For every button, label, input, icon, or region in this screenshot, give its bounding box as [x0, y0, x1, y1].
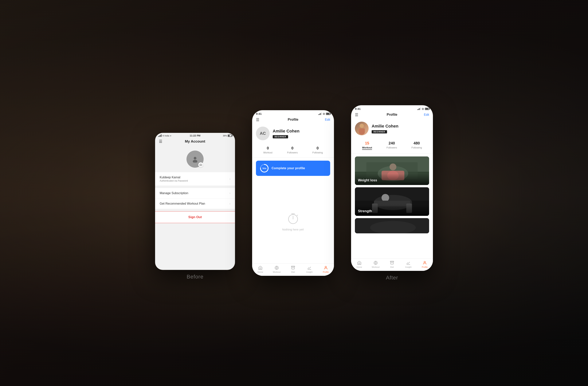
- svg-rect-15: [291, 266, 295, 267]
- card-image: [355, 218, 429, 233]
- svg-point-40: [375, 262, 377, 264]
- status-bar-phone2: 9:41 ⊙: [252, 110, 334, 116]
- carrier-label: Vi India: [162, 135, 169, 137]
- before-label: Before: [155, 274, 235, 280]
- user-auth: Authenticated via Password: [160, 179, 188, 182]
- edit-button[interactable]: Edit: [424, 113, 429, 116]
- workout-icon: [373, 260, 378, 265]
- signal-icon: [417, 107, 421, 110]
- bottom-nav-phone3: Home Workout: [351, 258, 433, 271]
- followers-count: 240: [389, 141, 395, 145]
- workout-card-weightloss[interactable]: Weight loss: [355, 156, 429, 185]
- profile-header: AC Amilie Cohen BEGINNER: [252, 124, 334, 143]
- workout-card-third[interactable]: [355, 218, 429, 233]
- card-weightloss-label: Weight loss: [358, 178, 377, 182]
- nav-insight[interactable]: Insight: [303, 265, 316, 273]
- svg-rect-22: [359, 129, 365, 133]
- user-name: Kuldeep Kamal: [160, 176, 188, 179]
- signal-icon: [158, 134, 162, 137]
- workout-card-strength[interactable]: Strength: [355, 187, 429, 216]
- user-avatar[interactable]: [187, 150, 204, 168]
- divider: [155, 186, 235, 188]
- nav-diet[interactable]: Diet: [286, 265, 300, 273]
- status-bar-phone3: 9:41 ⊙: [351, 105, 433, 111]
- stopwatch-icon: [286, 212, 300, 225]
- workout-icon: [274, 265, 279, 270]
- nav-workout-label: Workout: [273, 271, 281, 273]
- nav-workout[interactable]: Workout: [369, 260, 382, 268]
- stats-row: 15 Workout 240 Followers 480 Following: [351, 138, 433, 153]
- svg-text:76%: 76%: [262, 167, 266, 170]
- nav-home[interactable]: Home: [353, 260, 366, 268]
- svg-point-46: [424, 261, 425, 263]
- nav-insight-label: Insight: [306, 271, 313, 273]
- recommended-workout-label: Get Recommended Workout Plan: [160, 202, 205, 205]
- battery-info: 38%: [223, 135, 232, 137]
- profile-icon: [422, 260, 427, 265]
- stat-followers: 240 Followers: [386, 141, 397, 150]
- following-label: Following: [313, 151, 323, 154]
- battery-percent: 38%: [223, 135, 227, 137]
- edit-button[interactable]: Edit: [325, 118, 330, 121]
- nav-diet-label: Diet: [390, 266, 394, 268]
- home-icon: [258, 265, 263, 270]
- workout-cards-section: Weight loss: [351, 153, 433, 258]
- svg-line-10: [297, 215, 298, 216]
- avatar-initials: AC: [260, 131, 266, 136]
- camera-icon: [199, 164, 202, 166]
- stat-workout: 15 Workout: [362, 141, 372, 150]
- phone-profile-after-wrapper: 9:41 ⊙: [351, 105, 433, 281]
- manage-subscription-item[interactable]: Manage Subscription ›: [155, 188, 235, 198]
- following-count: 480: [414, 141, 420, 145]
- stat-following: 480 Following: [411, 141, 422, 150]
- wifi-icon: ⊙: [323, 112, 325, 115]
- nav-home-label: Home: [357, 266, 362, 268]
- empty-state: Nothing here yet!: [252, 179, 334, 263]
- card-strength-label: Strength: [358, 209, 372, 213]
- svg-point-18: [325, 266, 327, 268]
- nav-diet[interactable]: Diet: [385, 260, 399, 268]
- user-info-item[interactable]: Kuldeep Kamal Authenticated via Password…: [155, 172, 235, 186]
- recommended-workout-item[interactable]: Get Recommended Workout Plan ›: [155, 198, 235, 209]
- wifi-icon: ⊙: [422, 107, 424, 110]
- profile-info: Amilie Cohen BEGINNER: [372, 124, 429, 133]
- sign-out-button[interactable]: Sign Out: [155, 211, 235, 223]
- avatar-photo: [355, 122, 369, 135]
- menu-icon[interactable]: ☰: [256, 117, 259, 122]
- menu-icon[interactable]: ☰: [355, 112, 358, 117]
- svg-point-2: [200, 164, 201, 165]
- manage-subscription-label: Manage Subscription: [160, 192, 188, 195]
- menu-icon[interactable]: ☰: [159, 139, 162, 144]
- wifi-icon: ≡: [170, 135, 171, 137]
- nav-home[interactable]: Home: [254, 265, 267, 273]
- progress-circle: 76%: [260, 164, 269, 173]
- status-bar-phone1: Vi India ≡ 11:22 PM 38%: [155, 133, 235, 138]
- nav-workout-label: Workout: [372, 266, 380, 268]
- complete-profile-banner[interactable]: 76% Complete your profile: [256, 161, 330, 176]
- nav-profile[interactable]: Profile: [319, 265, 333, 273]
- nav-workout[interactable]: Workout: [270, 265, 283, 273]
- battery-icon: [228, 135, 232, 137]
- nav-profile[interactable]: Profile: [418, 260, 431, 268]
- stat-following: 0 Following: [313, 146, 323, 154]
- phone-profile-after: 9:41 ⊙: [351, 105, 433, 271]
- nav-insight[interactable]: Insight: [402, 260, 415, 268]
- stat-workout: 0 Workout: [263, 146, 273, 154]
- svg-point-0: [194, 157, 196, 159]
- after-label: After: [351, 275, 433, 281]
- complete-banner-text: Complete your profile: [272, 166, 305, 170]
- profile-header: Amilie Cohen BEGINNER: [351, 119, 433, 138]
- nav-diet-label: Diet: [291, 271, 295, 273]
- chevron-icon: ›: [230, 192, 231, 195]
- following-label: Following: [411, 146, 422, 149]
- camera-badge[interactable]: [198, 162, 203, 167]
- user-name: Amilie Cohen: [273, 129, 330, 134]
- nav-home-label: Home: [257, 271, 263, 273]
- phone1-header: ☰ My Account: [155, 138, 235, 147]
- chevron-icon: ›: [230, 202, 231, 205]
- battery-icon: [425, 108, 429, 110]
- empty-state-text: Nothing here yet!: [282, 228, 304, 231]
- home-icon: [357, 260, 361, 265]
- time-display: 9:41: [355, 107, 361, 110]
- svg-point-1: [193, 160, 197, 163]
